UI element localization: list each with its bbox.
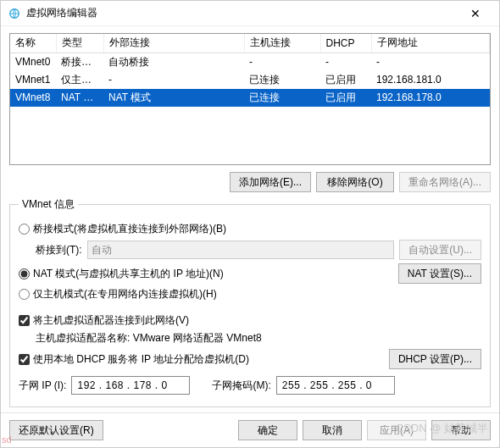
cell: 桥接模式 <box>56 53 103 71</box>
col-type[interactable]: 类型 <box>56 34 103 53</box>
cell: NAT 模式 <box>56 89 103 107</box>
table-row[interactable]: VMnet0 桥接模式 自动桥接 - - - <box>10 53 490 71</box>
content-area: 名称 类型 外部连接 主机连接 DHCP 子网地址 VMnet0 桥接模式 自动… <box>1 26 499 412</box>
use-dhcp-check[interactable] <box>19 354 30 365</box>
help-button[interactable]: 帮助 <box>431 420 491 440</box>
vmnet-info-group: VMnet 信息 桥接模式(将虚拟机直接连接到外部网络)(B) 桥接到(T): … <box>9 197 491 407</box>
app-icon <box>8 7 21 20</box>
cell: VMnet8 <box>10 89 56 107</box>
bridged-radio-label[interactable]: 桥接模式(将虚拟机直接连接到外部网络)(B) <box>19 222 226 236</box>
dhcp-settings-button[interactable]: DHCP 设置(P)... <box>389 349 481 369</box>
cell: NAT 模式 <box>103 89 244 107</box>
use-dhcp-text: 使用本地 DHCP 服务将 IP 地址分配给虚拟机(D) <box>33 352 249 367</box>
nat-settings-button[interactable]: NAT 设置(S)... <box>398 263 481 284</box>
window-title: 虚拟网络编辑器 <box>26 6 458 20</box>
host-adapter-name: 主机虚拟适配器名称: VMware 网络适配器 VMnet8 <box>36 331 262 346</box>
col-subnet[interactable]: 子网地址 <box>371 34 490 53</box>
subnet-mask-input[interactable]: 255 . 255 . 255 . 0 <box>276 376 395 395</box>
table-header-row: 名称 类型 外部连接 主机连接 DHCP 子网地址 <box>10 34 490 53</box>
titlebar: 虚拟网络编辑器 ✕ <box>1 1 499 26</box>
cell: 自动桥接 <box>103 53 244 71</box>
cell: - <box>320 53 371 71</box>
col-name[interactable]: 名称 <box>10 34 56 53</box>
bridged-to-label: 桥接到(T): <box>36 243 82 257</box>
network-list[interactable]: 名称 类型 外部连接 主机连接 DHCP 子网地址 VMnet0 桥接模式 自动… <box>9 33 491 165</box>
apply-button: 应用(A) <box>367 420 426 440</box>
cell: - <box>371 53 490 71</box>
cell: 192.168.181.0 <box>371 71 490 89</box>
add-network-button[interactable]: 添加网络(E)... <box>230 172 311 192</box>
subnet-ip-input[interactable]: 192 . 168 . 178 . 0 <box>71 376 190 395</box>
vmnet-info-legend: VMnet 信息 <box>19 197 78 212</box>
bridged-text: 桥接模式(将虚拟机直接连接到外部网络)(B) <box>33 222 226 236</box>
nat-text: NAT 模式(与虚拟机共享主机的 IP 地址)(N) <box>33 267 224 281</box>
bridged-to-select <box>87 241 395 259</box>
connect-host-check[interactable] <box>19 315 30 326</box>
table-row[interactable]: VMnet1 仅主机... - 已连接 已启用 192.168.181.0 <box>10 71 490 89</box>
hostonly-radio-label[interactable]: 仅主机模式(在专用网络内连接虚拟机)(H) <box>19 287 217 301</box>
cell: 192.168.178.0 <box>371 89 490 107</box>
cell: - <box>103 71 244 89</box>
cancel-button[interactable]: 取消 <box>303 420 362 440</box>
cell: VMnet1 <box>10 71 56 89</box>
remove-network-button[interactable]: 移除网络(O) <box>316 172 394 192</box>
connect-host-text: 将主机虚拟适配器连接到此网络(V) <box>33 313 189 328</box>
hostonly-text: 仅主机模式(在专用网络内连接虚拟机)(H) <box>33 287 217 301</box>
col-external[interactable]: 外部连接 <box>103 34 244 53</box>
bridged-radio[interactable] <box>19 224 30 235</box>
nat-radio-label[interactable]: NAT 模式(与虚拟机共享主机的 IP 地址)(N) <box>19 267 224 281</box>
cell: 已启用 <box>320 89 371 107</box>
cell: - <box>244 53 320 71</box>
subnet-mask-label: 子网掩码(M): <box>212 379 270 393</box>
connect-host-check-label[interactable]: 将主机虚拟适配器连接到此网络(V) <box>19 313 189 328</box>
cell: 已启用 <box>320 71 371 89</box>
cell: 仅主机... <box>56 71 103 89</box>
col-dhcp[interactable]: DHCP <box>320 34 371 53</box>
table-row[interactable]: VMnet8 NAT 模式 NAT 模式 已连接 已启用 192.168.178… <box>10 89 490 107</box>
ok-button[interactable]: 确定 <box>238 420 297 440</box>
subnet-ip-label: 子网 IP (I): <box>19 379 66 393</box>
footer: 还原默认设置(R) 确定 取消 应用(A) 帮助 <box>1 412 499 447</box>
col-host[interactable]: 主机连接 <box>244 34 320 53</box>
auto-settings-button: 自动设置(U)... <box>399 240 481 260</box>
cell: 已连接 <box>244 71 320 89</box>
close-icon[interactable]: ✕ <box>458 7 492 20</box>
cell: VMnet0 <box>10 53 56 71</box>
window-root: 虚拟网络编辑器 ✕ 名称 类型 外部连接 主机连接 DHCP 子网地址 <box>0 0 500 448</box>
cell: 已连接 <box>244 89 320 107</box>
rename-network-button: 重命名网络(A)... <box>399 172 491 192</box>
nat-radio[interactable] <box>19 268 30 279</box>
use-dhcp-check-label[interactable]: 使用本地 DHCP 服务将 IP 地址分配给虚拟机(D) <box>19 352 249 367</box>
network-buttons: 添加网络(E)... 移除网络(O) 重命名网络(A)... <box>9 172 491 192</box>
hostonly-radio[interactable] <box>19 289 30 300</box>
restore-defaults-button[interactable]: 还原默认设置(R) <box>9 420 103 440</box>
